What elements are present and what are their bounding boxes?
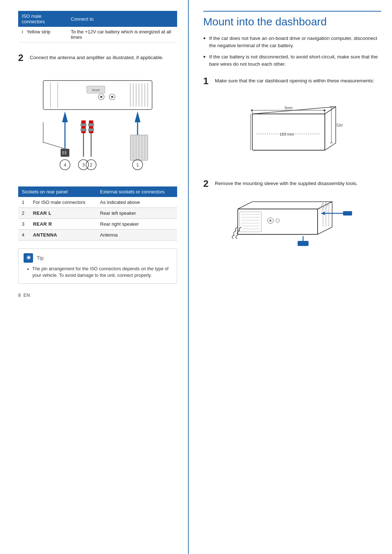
sleeve-diagram [203,194,381,263]
sleeve-svg [230,194,354,263]
table-row: 1 For ISO male connectors As indicated a… [18,197,177,208]
sockets-header-external: External sockets or connectors [97,186,177,197]
right-step-2: 2 Remove the mounting sleeve with the su… [203,178,381,189]
socket-num-3: 3 [18,218,29,229]
tip-box: ✳ Tip The pin arrangement for the ISO co… [18,249,177,284]
socket-name-2: REAR L [29,208,97,218]
dashboard-diagram: 5mm 183 mm 53mm [203,92,381,168]
sockets-header-rear: Sockets on rear panel [18,186,97,197]
right-step-number-2: 2 [203,178,211,189]
svg-rect-35 [88,128,94,131]
dashboard-svg: 5mm 183 mm 53mm [241,92,343,168]
svg-text:53mm: 53mm [336,123,343,127]
socket-ext-2: Rear left speaker [97,208,177,218]
conn-cell-value: To the +12V car battery which is energiz… [67,27,177,42]
svg-marker-62 [238,202,332,209]
right-step-number-1: 1 [203,76,211,86]
svg-line-45 [43,142,65,149]
svg-text:1: 1 [136,163,139,168]
svg-rect-61 [238,209,318,234]
socket-name-1: For ISO male connectors [29,197,97,208]
table-row: 2 REAR L Rear left speaker [18,208,177,218]
svg-rect-34 [88,123,94,126]
tip-content: The pin arrangement for the ISO connecto… [24,266,172,279]
connection-table: ISO male connectors Connect to i Yellow … [18,11,177,42]
svg-rect-19 [62,151,64,155]
section-title: Mount into the dashboard [203,11,381,28]
svg-point-6 [100,96,102,98]
conn-cell-label: i Yellow strip [18,27,67,42]
svg-rect-30 [81,123,86,126]
svg-point-72 [269,219,271,222]
svg-rect-31 [81,128,86,131]
svg-point-8 [111,96,113,98]
bullet-item-2: If the car battery is not disconnected, … [203,53,381,68]
table-row: 3 REAR R Rear right speaker [18,218,177,229]
step-2-description: Connect the antenna and amplifier as ill… [30,53,163,61]
right-column: Mount into the dashboard If the car does… [189,0,392,554]
tip-label: Tip [37,255,44,261]
socket-num-1: 1 [18,197,29,208]
sockets-table: Sockets on rear panel External sockets o… [18,186,177,241]
svg-line-74 [319,202,323,210]
table-row: 4 ANTENNA Antenna [18,229,177,240]
svg-point-73 [276,219,279,222]
socket-ext-3: Rear right speaker [97,218,177,229]
svg-marker-21 [135,111,140,122]
svg-rect-84 [298,241,309,246]
right-step-1-text: Make sure that the car dashboard opening… [215,76,374,85]
tip-item: The pin arrangement for the ISO connecto… [32,266,172,279]
antenna-svg: REAR [21,70,174,178]
svg-text:3: 3 [82,163,85,168]
socket-name-4: ANTENNA [29,229,97,240]
socket-num-2: 2 [18,208,29,218]
tip-icon: ✳ [24,253,33,263]
table-row: i Yellow strip To the +12V car battery w… [18,27,177,42]
left-column: ISO male connectors Connect to i Yellow … [0,0,189,554]
right-step-2-text: Remove the mounting sleeve with the supp… [215,178,358,187]
page-number: 8 EN [18,292,177,298]
bullet-item-1: If the car does not have an on-board dri… [203,35,381,50]
socket-num-4: 4 [18,229,29,240]
svg-marker-16 [62,111,68,122]
step-2-connect: 2 Connect the antenna and amplifier as i… [18,53,177,63]
svg-marker-48 [325,107,336,150]
svg-marker-63 [318,202,332,234]
step-number-2: 2 [18,53,26,63]
bullet-list: If the car does not have an on-board dri… [203,35,381,68]
svg-text:2: 2 [90,163,93,168]
svg-rect-82 [343,211,352,216]
asterisk-icon: ✳ [26,254,31,261]
svg-text:183 mm: 183 mm [279,132,294,136]
svg-text:5mm: 5mm [285,106,293,110]
tip-header: ✳ Tip [24,253,172,263]
socket-ext-4: Antenna [97,229,177,240]
antenna-diagram: REAR [18,70,177,178]
conn-header-connect: Connect to [67,11,177,27]
socket-ext-1: As indicated above [97,197,177,208]
svg-rect-0 [43,81,152,110]
svg-rect-20 [65,151,66,155]
right-step-1: 1 Make sure that the car dashboard openi… [203,76,381,86]
svg-text:4: 4 [64,163,66,168]
socket-name-3: REAR R [29,218,97,229]
svg-text:REAR: REAR [92,89,100,92]
conn-header-iso: ISO male connectors [18,11,67,27]
